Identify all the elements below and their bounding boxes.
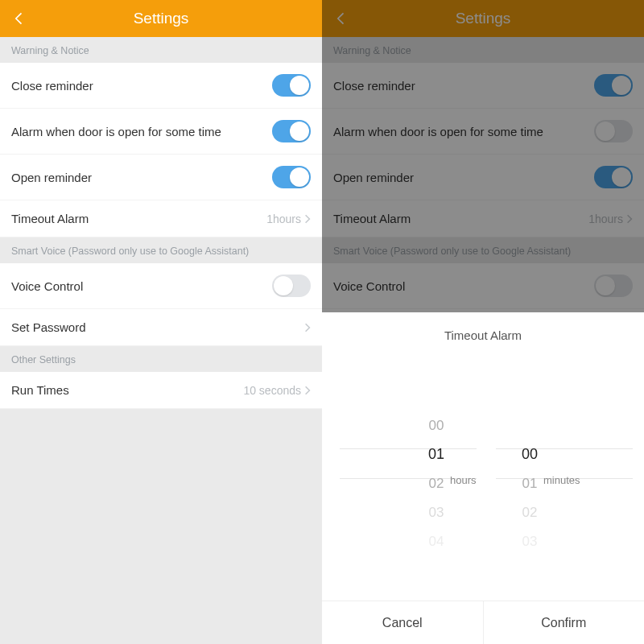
timeout-alarm-row[interactable]: Timeout Alarm 1hours <box>322 200 644 237</box>
set-password-row[interactable]: Set Password <box>0 309 322 346</box>
open-reminder-row[interactable]: Open reminder <box>322 155 644 200</box>
close-reminder-row[interactable]: Close reminder <box>0 63 322 109</box>
toggle-knob <box>290 122 309 141</box>
timeout-alarm-value: 1hours <box>588 213 623 225</box>
hours-wheel[interactable]: 00 01 02 03 04 hours <box>392 411 481 556</box>
timeout-alarm-value: 1hours <box>266 213 301 225</box>
page-title: Settings <box>134 10 189 27</box>
arrow-left-icon <box>333 10 349 27</box>
chevron-right-icon <box>304 385 311 396</box>
toggle-knob <box>274 276 293 295</box>
wheel-item: 01 <box>522 469 538 498</box>
modal-actions: Cancel Confirm <box>322 601 644 644</box>
close-reminder-label: Close reminder <box>11 79 93 93</box>
back-button[interactable] <box>10 9 29 28</box>
timeout-alarm-value-wrap: 1hours <box>588 213 633 225</box>
alarm-open-label: Alarm when door is open for some time <box>333 125 543 138</box>
open-reminder-label: Open reminder <box>333 171 414 184</box>
close-reminder-toggle[interactable] <box>272 74 311 97</box>
cancel-button[interactable]: Cancel <box>322 601 484 644</box>
app-header: Settings <box>322 0 644 37</box>
timeout-alarm-label: Timeout Alarm <box>333 212 411 225</box>
set-password-label: Set Password <box>11 320 86 334</box>
app-header: Settings <box>0 0 322 37</box>
open-reminder-toggle[interactable] <box>594 166 633 188</box>
toggle-knob <box>612 76 631 95</box>
wheel-item-selected: 00 <box>522 440 538 469</box>
open-reminder-row[interactable]: Open reminder <box>0 155 322 200</box>
wheel-item: 03 <box>429 498 444 527</box>
minutes-unit-label: minutes <box>543 474 580 486</box>
confirm-button[interactable]: Confirm <box>484 601 645 644</box>
toggle-knob <box>290 76 309 95</box>
timeout-alarm-value-wrap: 1hours <box>266 213 311 225</box>
alarm-open-toggle[interactable] <box>272 120 311 142</box>
section-warning-header: Warning & Notice <box>0 37 322 63</box>
alarm-open-toggle[interactable] <box>594 120 633 142</box>
section-other-header: Other Settings <box>0 346 322 372</box>
minutes-wheel[interactable]: 00 01 02 03 minutes <box>485 411 574 556</box>
time-picker: 00 01 02 03 04 hours 00 01 02 03 minutes <box>322 342 644 601</box>
wheel-item: 03 <box>522 527 538 556</box>
timeout-alarm-label: Timeout Alarm <box>11 212 89 225</box>
chevron-right-icon <box>304 322 311 333</box>
section-voice-header: Smart Voice (Password only use to Google… <box>0 237 322 263</box>
arrow-left-icon <box>11 10 27 27</box>
run-times-label: Run Times <box>11 383 69 397</box>
open-reminder-toggle[interactable] <box>272 166 311 188</box>
timeout-alarm-row[interactable]: Timeout Alarm 1hours <box>0 200 322 237</box>
alarm-open-row[interactable]: Alarm when door is open for some time <box>0 109 322 155</box>
settings-screen-right: Settings Warning & Notice Close reminder… <box>322 0 644 644</box>
wheel-item: 02 <box>522 498 538 527</box>
run-times-value-wrap: 10 seconds <box>243 384 311 397</box>
section-voice-header: Smart Voice (Password only use to Google… <box>322 237 644 263</box>
hours-unit-label: hours <box>450 474 477 486</box>
wheel-item-selected: 01 <box>428 440 444 469</box>
close-reminder-toggle[interactable] <box>594 74 633 97</box>
page-title: Settings <box>456 10 511 27</box>
alarm-open-label: Alarm when door is open for some time <box>11 125 221 138</box>
chevron-right-icon <box>304 213 311 225</box>
wheel-item: 00 <box>429 411 444 440</box>
toggle-knob <box>612 167 631 187</box>
open-reminder-label: Open reminder <box>11 171 92 184</box>
voice-control-label: Voice Control <box>333 279 405 293</box>
set-password-arrow <box>304 322 311 333</box>
voice-control-row[interactable]: Voice Control <box>0 263 322 309</box>
toggle-knob <box>596 276 615 295</box>
settings-screen-left: Settings Warning & Notice Close reminder… <box>0 0 322 644</box>
run-times-row[interactable]: Run Times 10 seconds <box>0 372 322 409</box>
back-button[interactable] <box>332 9 351 28</box>
voice-control-toggle[interactable] <box>594 275 633 297</box>
alarm-open-row[interactable]: Alarm when door is open for some time <box>322 109 644 155</box>
voice-control-label: Voice Control <box>11 279 83 293</box>
close-reminder-label: Close reminder <box>333 79 415 93</box>
wheel-item: 04 <box>429 527 444 556</box>
close-reminder-row[interactable]: Close reminder <box>322 63 644 109</box>
wheel-item: 02 <box>429 469 444 498</box>
toggle-knob <box>290 167 309 187</box>
timeout-alarm-modal: Timeout Alarm 00 01 02 03 04 hours 00 01… <box>322 312 644 644</box>
run-times-value: 10 seconds <box>243 384 301 397</box>
toggle-knob <box>596 122 615 141</box>
voice-control-toggle[interactable] <box>272 275 311 297</box>
section-warning-header: Warning & Notice <box>322 37 644 63</box>
modal-title: Timeout Alarm <box>322 312 644 342</box>
voice-control-row[interactable]: Voice Control <box>322 263 644 309</box>
chevron-right-icon <box>626 213 633 225</box>
